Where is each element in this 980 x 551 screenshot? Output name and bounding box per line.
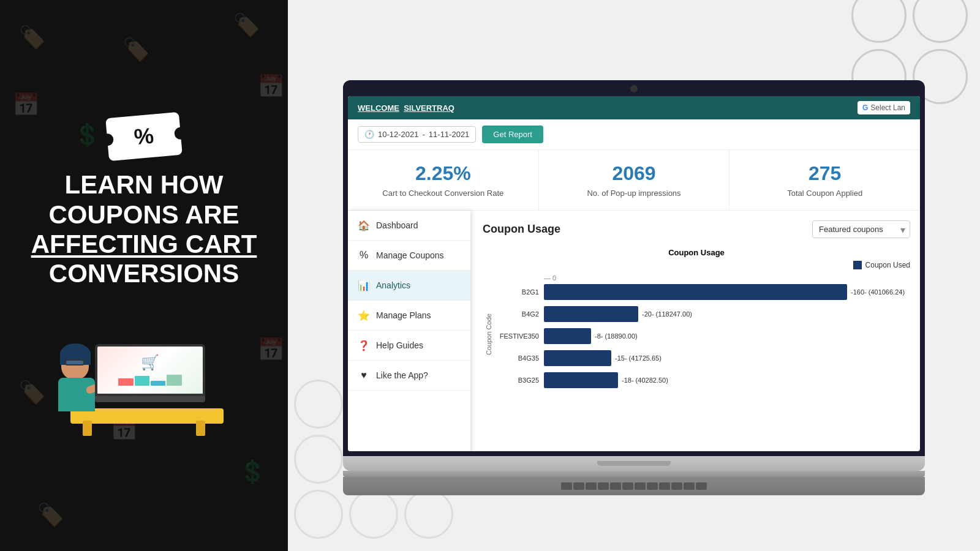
calendar-icon: 🕐 <box>364 130 374 139</box>
bar-row: B4G35-15- (41725.65) <box>495 350 910 366</box>
bar-code-label: FESTIVE350 <box>495 332 544 340</box>
person-glasses <box>65 359 85 365</box>
desk-laptop: 🛒 <box>95 344 205 411</box>
stat-value-impressions: 2069 <box>551 162 717 185</box>
bar-fill <box>544 372 618 388</box>
sidebar-item-dashboard[interactable]: 🏠 Dashboard <box>348 211 470 241</box>
laptop-device: WELCOME SILVERTRAQ G Select Lan 🕐 10-12-… <box>343 80 925 495</box>
axis-label-wrap: Coupon Code — 0 B2G1-160- (401066.24)B4G… <box>483 274 910 394</box>
circle-dec <box>294 490 343 539</box>
headline-line2: COUPONS ARE <box>31 200 257 230</box>
laptop-notch <box>597 461 671 466</box>
key <box>598 482 609 490</box>
person-figure <box>58 348 95 413</box>
bar-fill <box>544 350 611 366</box>
chart-rows: B2G1-160- (401066.24)B4G2-20- (118247.00… <box>495 284 910 388</box>
home-icon: 🏠 <box>358 219 370 231</box>
key <box>635 482 646 490</box>
featured-coupons-select[interactable]: Featured coupons <box>812 220 910 238</box>
bar-value-label: -15- (41725.65) <box>615 354 662 362</box>
heart-icon: ♥ <box>358 369 370 381</box>
circle-dec <box>851 0 907 43</box>
sidebar-item-manage-plans[interactable]: ⭐ Manage Plans <box>348 301 470 331</box>
circle-dec <box>294 435 343 484</box>
bar-code-label: B3G25 <box>495 377 544 384</box>
chart-chart-title: Coupon Usage <box>483 248 910 257</box>
coupon-usage-chart: Coupon Usage Coupon Used Coupon Code — 0 <box>483 248 910 394</box>
legend-box <box>853 261 862 269</box>
coupon-icon-wrap: % <box>107 115 181 158</box>
bar-row: B2G1-160- (401066.24) <box>495 284 910 300</box>
left-content: % LEARN HOW COUPONS ARE AFFECTING CART C… <box>19 103 270 448</box>
key <box>659 482 670 490</box>
bar-fill <box>544 306 638 322</box>
key <box>671 482 682 490</box>
app-header: WELCOME SILVERTRAQ G Select Lan <box>348 96 920 119</box>
circle-dec <box>349 490 398 539</box>
bar-row: B4G2-20- (118247.00) <box>495 306 910 322</box>
date-start: 10-12-2021 <box>378 130 419 139</box>
analytics-icon: 📊 <box>358 279 370 291</box>
laptop-screen: WELCOME SILVERTRAQ G Select Lan 🕐 10-12-… <box>343 80 925 456</box>
headline-line1: LEARN HOW <box>31 170 257 200</box>
legend-label: Coupon Used <box>865 261 910 269</box>
graph-bar <box>167 375 181 386</box>
bar-value-label: -20- (118247.00) <box>642 310 692 318</box>
stat-value-conversion: 2.25% <box>360 162 526 185</box>
bar-fill <box>544 328 591 344</box>
key <box>610 482 621 490</box>
bar-code-label: B4G2 <box>495 310 544 318</box>
screen-inner: 🛒 <box>97 347 203 394</box>
sidebar-item-help[interactable]: ❓ Help Guides <box>348 331 470 361</box>
sidebar-item-manage-coupons[interactable]: % Manage Coupons <box>348 241 470 271</box>
left-panel: 🏷️ 🏷️ 🏷️ 📅 📅 💲 🏷️ 📅 💲 🏷️ 📅 % LEARN HOW C… <box>0 0 288 551</box>
laptop-base-bar <box>343 456 925 471</box>
laptop-stand <box>343 471 925 477</box>
sidebar-item-analytics[interactable]: 📊 Analytics <box>348 271 470 301</box>
headline-line3: AFFECTING CART <box>31 230 257 259</box>
graph-bars <box>118 373 181 386</box>
graph-bar <box>151 381 165 386</box>
bar-code-label: B4G35 <box>495 354 544 362</box>
desk-laptop-screen: 🛒 <box>95 344 205 396</box>
illustration: 🛒 <box>46 301 242 436</box>
date-separator: - <box>423 130 425 139</box>
stat-label-coupons: Total Coupon Applied <box>742 189 908 198</box>
circle-dec <box>404 490 453 539</box>
sidebar-label-help: Help Guides <box>376 340 423 350</box>
headline-line4: CONVERSIONS <box>31 259 257 288</box>
stat-card-coupons: 275 Total Coupon Applied <box>729 150 920 210</box>
key <box>586 482 597 490</box>
coupon-ticket: % <box>105 112 183 161</box>
stat-label-conversion: Cart to Checkout Conversion Rate <box>360 189 526 198</box>
cart-icon: 🛒 <box>141 354 159 371</box>
stat-card-impressions: 2069 No. of Pop-up impressions <box>539 150 730 210</box>
star-icon: ⭐ <box>358 309 370 321</box>
key <box>622 482 633 490</box>
coupon-percent-symbol: % <box>133 123 155 151</box>
date-range-picker[interactable]: 🕐 10-12-2021 - 11-11-2021 <box>358 126 476 143</box>
sidebar-label-dashboard: Dashboard <box>376 220 418 230</box>
sidebar-item-like[interactable]: ♥ Like the App? <box>348 361 470 391</box>
bar-fill <box>544 284 847 300</box>
keyboard-row <box>561 482 707 490</box>
get-report-button[interactable]: Get Report <box>482 126 543 143</box>
bar-row: FESTIVE350-8- (18890.00) <box>495 328 910 344</box>
bars-with-labels: — 0 B2G1-160- (401066.24)B4G2-20- (11824… <box>495 274 910 394</box>
key <box>696 482 707 490</box>
laptop-inner: WELCOME SILVERTRAQ G Select Lan 🕐 10-12-… <box>348 96 920 451</box>
chart-header: Coupon Usage Featured coupons <box>483 220 910 238</box>
percent-icon: % <box>358 249 370 261</box>
google-translate-button[interactable]: G Select Lan <box>858 101 910 114</box>
key <box>561 482 572 490</box>
stats-row: 2.25% Cart to Checkout Conversion Rate 2… <box>348 150 920 211</box>
laptop-camera <box>630 85 638 92</box>
headline: LEARN HOW COUPONS ARE AFFECTING CART CON… <box>31 170 257 288</box>
graph-bar <box>118 378 133 386</box>
person-body <box>58 378 95 411</box>
welcome-prefix: WELCOME <box>358 103 399 113</box>
featured-select-wrap[interactable]: Featured coupons <box>812 220 910 238</box>
date-end: 11-11-2021 <box>429 130 470 139</box>
bar-value-label: -18- (40282.50) <box>622 377 668 384</box>
stat-card-conversion: 2.25% Cart to Checkout Conversion Rate <box>348 150 539 210</box>
